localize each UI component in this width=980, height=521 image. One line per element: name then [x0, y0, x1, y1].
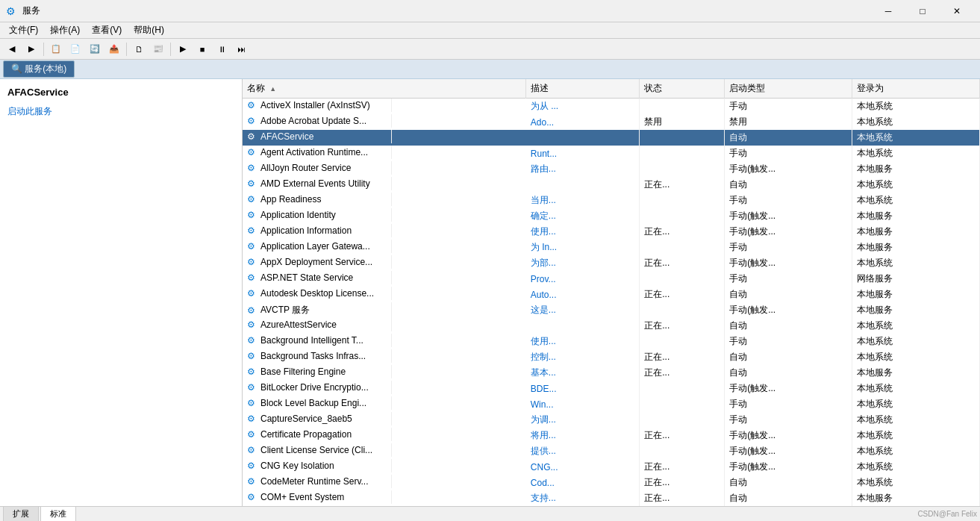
- table-row[interactable]: ⚙CNG Key IsolationCNG...正在...手动(触发...本地系…: [243, 459, 980, 475]
- service-status-cell: [640, 334, 725, 349]
- menu-file[interactable]: 文件(F): [3, 22, 44, 38]
- tb-view2[interactable]: 📰: [149, 41, 167, 57]
- menu-bar: 文件(F) 操作(A) 查看(V) 帮助(H): [0, 22, 980, 39]
- service-name-cell: ⚙BitLocker Drive Encryptio...: [243, 381, 392, 394]
- table-row[interactable]: ⚙Background Tasks Infras...控制...正在...自动本…: [243, 349, 980, 365]
- service-login-cell: 本地系统: [852, 443, 980, 459]
- minimize-button[interactable]: ─: [871, 0, 905, 22]
- service-startup-cell: 手动(触发...: [725, 208, 852, 224]
- tab-expand[interactable]: 扩展: [3, 506, 39, 521]
- service-desc-cell: 提供...: [526, 443, 640, 459]
- tb-pause[interactable]: ⏸: [213, 41, 231, 57]
- table-row[interactable]: ⚙CodeMeter Runtime Serv...Cod...正在...自动本…: [243, 475, 980, 490]
- table-row[interactable]: ⚙AVCTP 服务这是...手动(触发...本地服务: [243, 302, 980, 318]
- maximize-button[interactable]: □: [905, 0, 940, 22]
- col-header-name[interactable]: 名称 ▲: [243, 79, 526, 99]
- service-name-cell: ⚙AFACService: [243, 130, 392, 143]
- service-name-cell: ⚙Background Intelligent T...: [243, 334, 392, 347]
- table-row[interactable]: ⚙Adobe Acrobat Update S...Ado...禁用禁用本地系统: [243, 114, 980, 130]
- service-name-cell: ⚙CodeMeter Runtime Serv...: [243, 475, 392, 488]
- service-name-text: App Readiness: [260, 194, 321, 205]
- service-login-cell: 本地系统: [852, 334, 980, 349]
- service-name-text: AllJoyn Router Service: [260, 163, 351, 173]
- table-row[interactable]: ⚙App Readiness当用...手动本地系统: [243, 193, 980, 208]
- services-table-container[interactable]: 名称 ▲ 描述 状态 启动类型 登录为 ⚙ActiveX Installer (…: [243, 79, 980, 506]
- service-name-text: Application Layer Gatewa...: [260, 241, 370, 252]
- nav-services-local[interactable]: 🔍 服务(本地): [3, 60, 75, 78]
- table-row[interactable]: ⚙Client License Service (Cli...提供...手动(触…: [243, 443, 980, 459]
- tab-standard[interactable]: 标准: [40, 506, 76, 521]
- service-desc-cell: Prov...: [526, 271, 640, 287]
- tb-restart[interactable]: ⏭: [232, 41, 250, 57]
- service-status-cell: [640, 161, 725, 177]
- tb-refresh[interactable]: 🔄: [86, 41, 104, 57]
- service-name-text: CaptureService_8aeb5: [260, 414, 352, 424]
- left-panel: AFACService 启动此服务: [0, 79, 243, 506]
- service-desc-cell: [526, 318, 640, 334]
- table-row[interactable]: ⚙ActiveX Installer (AxInstSV)为从 ...手动本地系…: [243, 99, 980, 115]
- tb-show-hide[interactable]: 📋: [47, 41, 65, 57]
- table-row[interactable]: ⚙Agent Activation Runtime...Runt...手动本地系…: [243, 146, 980, 161]
- service-startup-cell: 手动(触发...: [725, 428, 852, 443]
- service-status-cell: [640, 99, 725, 115]
- table-row[interactable]: ⚙Certificate Propagation将用...正在...手动(触发.…: [243, 428, 980, 443]
- table-row[interactable]: ⚙Application Identity确定...手动(触发...本地服务: [243, 208, 980, 224]
- tb-up[interactable]: 📄: [66, 41, 84, 57]
- table-row[interactable]: ⚙AFACService自动本地系统: [243, 130, 980, 146]
- table-row[interactable]: ⚙Block Level Backup Engi...Win...手动本地系统: [243, 396, 980, 412]
- table-row[interactable]: ⚙Base Filtering Engine基本...正在...自动本地服务: [243, 365, 980, 381]
- table-row[interactable]: ⚙CaptureService_8aeb5为调...手动本地系统: [243, 412, 980, 428]
- service-icon: ⚙: [247, 272, 258, 283]
- service-status-cell: [640, 381, 725, 396]
- service-name-cell: ⚙Agent Activation Runtime...: [243, 146, 392, 159]
- close-button[interactable]: ✕: [940, 0, 974, 22]
- table-row[interactable]: ⚙AMD External Events Utility正在...自动本地系统: [243, 177, 980, 193]
- tb-back[interactable]: ◀: [3, 41, 21, 57]
- table-row[interactable]: ⚙Application Layer Gatewa...为 In...手动本地服…: [243, 240, 980, 255]
- selected-service-name: AFACService: [7, 87, 234, 98]
- service-icon: ⚙: [247, 461, 258, 471]
- tb-export[interactable]: 📤: [105, 41, 123, 57]
- col-header-status[interactable]: 状态: [640, 79, 725, 99]
- service-login-cell: 网络服务: [852, 271, 980, 287]
- table-row[interactable]: ⚙Application Information使用...正在...手动(触发.…: [243, 224, 980, 240]
- service-login-cell: 本地系统: [852, 193, 980, 208]
- table-row[interactable]: ⚙AppX Deployment Service...为部...正在...手动(…: [243, 255, 980, 271]
- tb-stop[interactable]: ■: [193, 41, 211, 57]
- table-row[interactable]: ⚙COM+ Event System支持...正在...自动本地服务: [243, 490, 980, 506]
- table-row[interactable]: ⚙Background Intelligent T...使用...手动本地系统: [243, 334, 980, 349]
- start-service-link[interactable]: 启动此服务: [7, 106, 52, 116]
- tb-forward[interactable]: ▶: [22, 41, 40, 57]
- table-row[interactable]: ⚙BitLocker Drive Encryptio...BDE...手动(触发…: [243, 381, 980, 396]
- service-name-cell: ⚙Adobe Acrobat Update S...: [243, 114, 392, 128]
- service-icon: ⚙: [247, 335, 258, 346]
- service-icon: ⚙: [247, 351, 258, 361]
- table-row[interactable]: ⚙AllJoyn Router Service路由...手动(触发...本地服务: [243, 161, 980, 177]
- service-startup-cell: 手动(触发...: [725, 224, 852, 240]
- tb-view1[interactable]: 🗋: [130, 41, 148, 57]
- service-desc-cell: 这是...: [526, 302, 640, 318]
- table-row[interactable]: ⚙AzureAttestService正在...自动本地系统: [243, 318, 980, 334]
- service-startup-cell: 手动: [725, 146, 852, 161]
- col-header-startup[interactable]: 启动类型: [725, 79, 852, 99]
- tb-sep-1: [43, 43, 44, 56]
- service-status-cell: 正在...: [640, 177, 725, 193]
- menu-action[interactable]: 操作(A): [44, 22, 86, 38]
- service-status-cell: [640, 240, 725, 255]
- service-status-cell: 禁用: [640, 114, 725, 130]
- col-header-login[interactable]: 登录为: [852, 79, 980, 99]
- menu-view[interactable]: 查看(V): [86, 22, 128, 38]
- col-header-description[interactable]: 描述: [526, 79, 640, 99]
- service-startup-cell: 手动(触发...: [725, 302, 852, 318]
- table-header-row: 名称 ▲ 描述 状态 启动类型 登录为: [243, 79, 980, 99]
- menu-help[interactable]: 帮助(H): [128, 22, 170, 38]
- table-row[interactable]: ⚙Autodesk Desktop License...Auto...正在...…: [243, 287, 980, 302]
- service-startup-cell: 手动(触发...: [725, 381, 852, 396]
- tb-start[interactable]: ▶: [174, 41, 192, 57]
- service-name-text: Agent Activation Runtime...: [260, 147, 368, 157]
- service-login-cell: 本地服务: [852, 302, 980, 318]
- service-name-text: AVCTP 服务: [260, 304, 310, 316]
- table-row[interactable]: ⚙ASP.NET State ServiceProv...手动网络服务: [243, 271, 980, 287]
- service-name-text: CodeMeter Runtime Serv...: [260, 476, 369, 487]
- service-icon: ⚙: [247, 210, 258, 220]
